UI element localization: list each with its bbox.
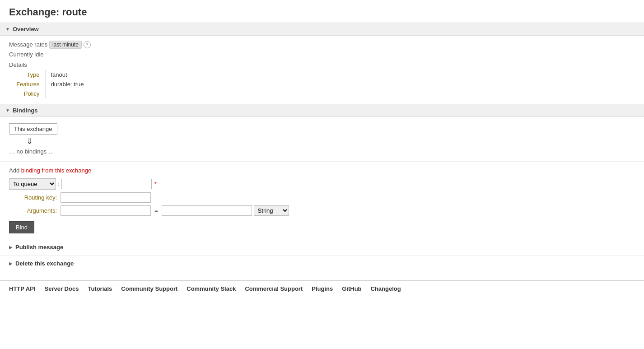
footer-link-commercial-support[interactable]: Commercial Support [245, 285, 303, 292]
delete-exchange-triangle-icon: ▶ [9, 261, 13, 266]
currently-idle-text: Currently idle [9, 51, 635, 58]
overview-section-label: Overview [13, 26, 39, 33]
overview-section-header[interactable]: ▼ Overview [0, 23, 644, 36]
publish-message-header[interactable]: ▶ Publish message [0, 239, 644, 255]
add-binding-prefix: Add [9, 167, 21, 174]
delete-exchange-header[interactable]: ▶ Delete this exchange [0, 256, 644, 271]
bindings-section-body: This exchange ⇓ … no bindings … [0, 117, 644, 161]
routing-key-label: Routing key: [9, 194, 59, 201]
delete-exchange-section: ▶ Delete this exchange [0, 255, 644, 271]
bindings-arrow-down: ⇓ [26, 136, 635, 146]
message-rates-label: Message rates [9, 41, 47, 48]
footer-link-server-docs[interactable]: Server Docs [45, 285, 79, 292]
footer-link-community-slack[interactable]: Community Slack [187, 285, 236, 292]
arguments-key-input[interactable] [61, 205, 151, 216]
routing-key-row: Routing key: [9, 192, 635, 203]
add-binding-section: Add binding from this exchange To queue … [0, 161, 644, 239]
arguments-label: Arguments: [9, 207, 59, 214]
arguments-value-input[interactable] [162, 205, 252, 216]
to-queue-row: To queue To exchange : * [9, 178, 635, 190]
details-value-policy [45, 89, 88, 98]
publish-message-section: ▶ Publish message [0, 239, 644, 255]
bindings-section-label: Bindings [13, 107, 38, 114]
bindings-section-header[interactable]: ▼ Bindings [0, 104, 644, 117]
publish-message-triangle-icon: ▶ [9, 245, 13, 250]
details-label: Details [9, 61, 635, 68]
no-bindings-text: … no bindings … [9, 148, 635, 155]
footer-link-tutorials[interactable]: Tutorials [88, 285, 112, 292]
details-row-features: Features durable: true [9, 79, 88, 89]
queue-name-input[interactable] [61, 179, 152, 189]
footer-link-github[interactable]: GitHub [342, 285, 361, 292]
details-key-type: Type [9, 70, 45, 79]
this-exchange-box: This exchange [9, 123, 57, 135]
message-rates-row: Message rates last minute ? [9, 41, 635, 48]
arguments-row: Arguments: = String Number Boolean [9, 205, 635, 216]
details-key-policy: Policy [9, 89, 45, 98]
bind-button[interactable]: Bind [9, 221, 34, 233]
add-binding-title: Add binding from this exchange [9, 167, 635, 174]
footer-link-community-support[interactable]: Community Support [121, 285, 177, 292]
arguments-type-select[interactable]: String Number Boolean [254, 205, 289, 216]
footer-link-http-api[interactable]: HTTP API [9, 285, 36, 292]
equals-sign: = [153, 207, 160, 214]
footer-link-plugins[interactable]: Plugins [312, 285, 333, 292]
help-icon[interactable]: ? [84, 41, 91, 48]
details-key-features: Features [9, 79, 45, 89]
add-binding-link[interactable]: binding from this exchange [21, 167, 91, 174]
delete-exchange-label: Delete this exchange [15, 260, 74, 267]
bindings-collapse-icon: ▼ [5, 108, 10, 113]
details-row-type: Type fanout [9, 70, 88, 79]
footer-link-changelog[interactable]: Changelog [371, 285, 401, 292]
overview-section-body: Message rates last minute ? Currently id… [0, 36, 644, 104]
page-title: Exchange: route [0, 0, 644, 23]
to-queue-select[interactable]: To queue To exchange [9, 178, 56, 190]
footer: HTTP API Server Docs Tutorials Community… [0, 280, 644, 297]
required-star: * [154, 181, 157, 187]
last-minute-badge[interactable]: last minute [49, 41, 82, 49]
details-table: Type fanout Features durable: true Polic… [9, 70, 88, 98]
publish-message-label: Publish message [15, 244, 63, 251]
details-value-features: durable: true [45, 79, 88, 89]
colon-separator: : [58, 181, 60, 187]
details-value-type: fanout [45, 70, 88, 79]
details-row-policy: Policy [9, 89, 88, 98]
overview-collapse-icon: ▼ [5, 27, 10, 32]
routing-key-input[interactable] [61, 192, 151, 203]
